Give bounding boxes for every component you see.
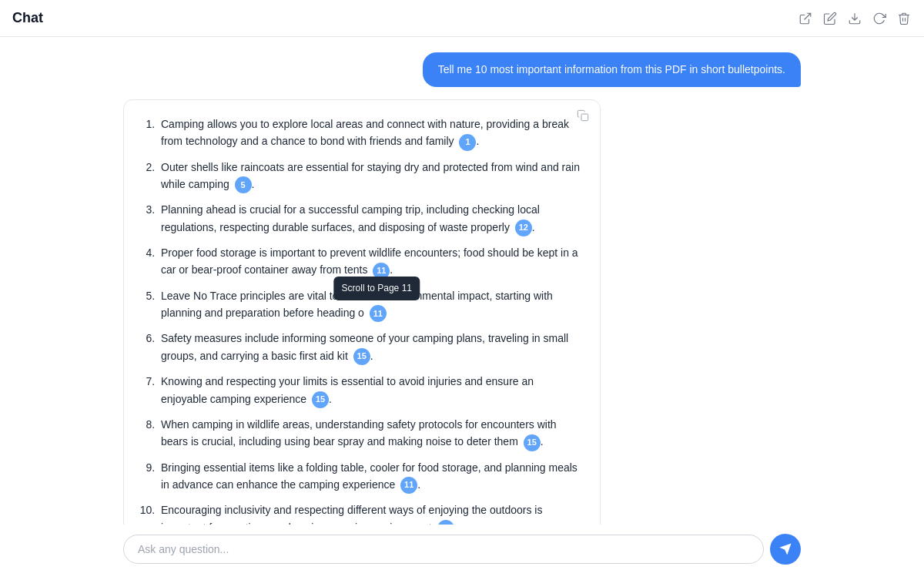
page-badge-15b[interactable]: 15 [312, 391, 329, 408]
page-badge-15a[interactable]: 15 [353, 348, 370, 365]
list-item: When camping in wildlife areas, understa… [158, 416, 581, 451]
user-message: Tell me 10 most important information fr… [423, 52, 801, 87]
list-item: Camping allows you to explore local area… [158, 116, 581, 151]
trash-icon[interactable] [896, 11, 912, 26]
refresh-icon[interactable] [872, 11, 887, 26]
download-icon[interactable] [847, 11, 862, 26]
input-area [0, 525, 924, 580]
tooltip-container: 11 Scroll to Page 11 [367, 304, 387, 322]
list-item: Planning ahead is crucial for a successf… [158, 201, 581, 236]
ai-message: Camping allows you to explore local area… [123, 99, 601, 525]
page-badge-11a[interactable]: 11 [373, 263, 390, 280]
header-actions [798, 11, 912, 26]
list-item: Outer shells like raincoats are essentia… [158, 159, 581, 194]
edit-icon[interactable] [822, 11, 838, 26]
page-badge-5[interactable]: 5 [235, 176, 252, 193]
header: Chat [0, 0, 924, 37]
chat-input[interactable] [138, 543, 749, 555]
send-button[interactable] [770, 534, 801, 565]
page-badge-12[interactable]: 12 [515, 220, 532, 236]
list-item: Proper food storage is important to prev… [158, 244, 581, 280]
page-badge-15c[interactable]: 15 [524, 434, 541, 451]
scroll-tooltip: Scroll to Page 11 [334, 277, 420, 300]
page-badge-11b[interactable]: 11 [370, 305, 387, 322]
page-badge-11c[interactable]: 11 [400, 477, 417, 494]
list-item: Safety measures include informing someon… [158, 330, 581, 365]
chat-area: Tell me 10 most important information fr… [0, 37, 924, 525]
list-item: Leave No Trace principles are vital to m… [158, 287, 581, 323]
list-item: Bringing essential items like a folding … [158, 459, 581, 495]
svg-rect-0 [581, 114, 588, 121]
send-icon [778, 542, 792, 556]
page-badge-1[interactable]: 1 [459, 134, 476, 151]
page-title: Chat [12, 10, 43, 26]
external-link-icon[interactable] [798, 11, 813, 26]
copy-icon[interactable] [577, 109, 589, 126]
input-wrapper[interactable] [123, 535, 764, 564]
page-badge-15d[interactable]: 15 [437, 520, 454, 525]
response-list: Camping allows you to explore local area… [142, 116, 581, 525]
list-item: Encouraging inclusivity and respecting d… [158, 501, 581, 525]
list-item: Knowing and respecting your limits is es… [158, 373, 581, 408]
